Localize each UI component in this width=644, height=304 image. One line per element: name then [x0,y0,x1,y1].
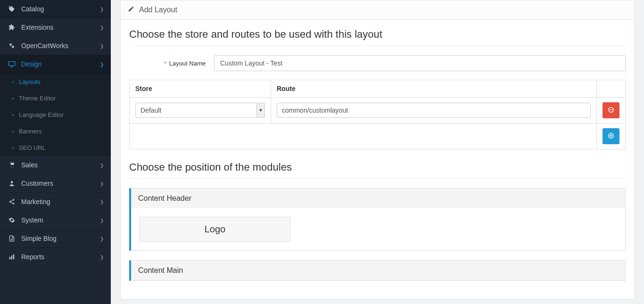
layout-name-input[interactable] [214,55,626,71]
add-route-row [130,123,626,149]
sidebar: Catalog ❯ Extensions ❯ OpenCartWorks ❯ D… [0,0,111,304]
arrow-icon: » [12,80,14,84]
sidebar-label: System [21,216,43,224]
tag-icon [7,6,17,12]
sub-label: Banners [19,128,41,135]
puzzle-icon [7,24,17,31]
chevron-down-icon: ▼ [257,103,265,118]
store-select[interactable]: Default [135,103,257,118]
sidebar-label: Design [21,60,42,68]
sub-label: Language Editor [19,111,64,118]
arrow-icon: » [12,146,14,150]
sidebar-label: Sales [21,161,38,169]
panel-title: Add Layout [139,6,177,14]
svg-rect-2 [8,62,15,66]
store-select-wrap: Default ▼ [135,103,265,118]
sidebar-subitem-banners[interactable]: » Banners [0,123,111,140]
svg-point-0 [9,43,12,46]
gear-icon [7,217,17,223]
th-route: Route [271,80,597,98]
chevron-right-icon: ❯ [100,25,104,30]
document-icon [7,235,17,242]
add-route-button[interactable] [603,128,619,144]
sidebar-label: Catalog [21,5,44,13]
required-marker: * [164,60,166,67]
svg-point-7 [9,201,11,203]
arrow-icon: » [12,113,14,117]
layout-panel: Add Layout Choose the store and routes t… [120,0,635,299]
sub-label: SEO URL [19,144,46,151]
chevron-right-icon: ❯ [100,62,104,67]
sidebar-item-marketing[interactable]: Marketing ❯ [0,193,111,211]
section-title-routes: Choose the store and routes to be used w… [129,28,626,46]
section-title-modules: Choose the position of the modules [129,161,626,179]
panel-header: Add Layout [121,0,634,20]
design-submenu: » Layouts » Theme Editor » Language Edit… [0,74,111,156]
sidebar-item-reports[interactable]: Reports ❯ [0,248,111,266]
monitor-icon [7,61,17,67]
chevron-right-icon: ❯ [100,199,104,205]
chevron-right-icon: ❯ [100,163,104,168]
sidebar-item-simple-blog[interactable]: Simple Blog ❯ [0,230,111,248]
sub-label: Theme Editor [19,95,56,102]
svg-point-5 [11,181,13,183]
chevron-right-icon: ❯ [100,7,104,12]
sidebar-item-customers[interactable]: Customers ❯ [0,174,111,193]
panel-body: Choose the store and routes to be used w… [121,20,634,299]
pencil-icon [128,6,134,14]
th-action [597,80,626,98]
chevron-right-icon: ❯ [100,181,104,186]
chevron-right-icon: ❯ [100,218,104,223]
module-header-title: Content Header [131,189,625,208]
layout-name-label: * Layout Name [129,60,214,67]
sidebar-label: Reports [21,253,44,261]
layout-name-row: * Layout Name [129,55,626,71]
svg-rect-9 [9,257,10,259]
sidebar-item-system[interactable]: System ❯ [0,211,111,230]
remove-route-button[interactable] [603,102,619,118]
sidebar-item-sales[interactable]: Sales ❯ [0,156,111,174]
sidebar-item-extensions[interactable]: Extensions ❯ [0,18,111,37]
chevron-right-icon: ❯ [100,255,104,260]
chevron-right-icon: ❯ [100,236,104,241]
arrow-icon: » [12,129,14,134]
sub-label: Layouts [19,78,41,85]
svg-rect-10 [11,255,12,259]
cart-icon [7,162,17,168]
sidebar-label: Extensions [21,24,53,31]
sidebar-subitem-theme-editor[interactable]: » Theme Editor [0,90,111,107]
share-icon [7,198,17,205]
bar-chart-icon [7,254,17,260]
sidebar-label: Simple Blog [21,235,57,242]
svg-point-6 [13,199,15,201]
minus-circle-icon [608,107,614,115]
arrow-icon: » [12,96,14,101]
sidebar-label: Marketing [21,198,50,205]
module-main-title: Content Main [131,261,625,280]
sidebar-subitem-layouts[interactable]: » Layouts [0,74,111,90]
chevron-right-icon: ❯ [100,43,104,49]
module-content-main: Content Main [129,260,626,281]
sidebar-label: Customers [21,180,53,187]
th-store: Store [130,80,271,98]
user-icon [7,180,17,187]
sidebar-label: OpenCartWorks [21,42,68,49]
plus-circle-icon [608,132,614,140]
cogs-icon [7,42,17,49]
routes-table: Store Route Default ▼ [129,80,626,149]
route-input[interactable] [277,103,591,118]
sidebar-item-catalog[interactable]: Catalog ❯ [0,0,111,18]
svg-rect-11 [13,255,14,260]
content-area: Add Layout Choose the store and routes t… [111,0,644,304]
sidebar-item-opencartworks[interactable]: OpenCartWorks ❯ [0,37,111,55]
svg-point-1 [12,46,14,48]
module-content-header: Content Header Logo [129,188,626,251]
route-row: Default ▼ [130,98,626,123]
module-logo-block[interactable]: Logo [140,217,290,242]
svg-point-8 [13,203,15,205]
sidebar-subitem-language-editor[interactable]: » Language Editor [0,107,111,123]
sidebar-item-design[interactable]: Design ❯ [0,55,111,74]
sidebar-subitem-seo-url[interactable]: » SEO URL [0,140,111,156]
